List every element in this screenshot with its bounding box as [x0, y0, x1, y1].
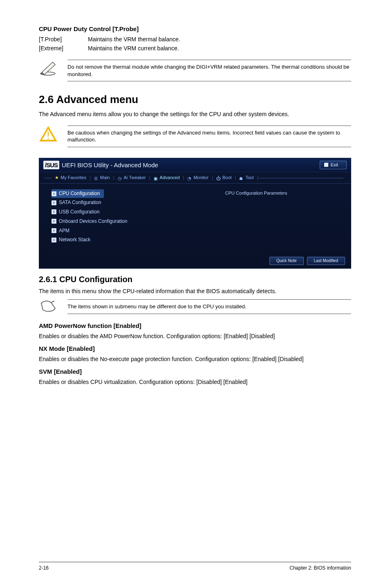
- chevron-right-icon: ›: [52, 191, 56, 196]
- exit-button[interactable]: Exit: [320, 161, 347, 169]
- para-svm: Enables or disables CPU virtualization. …: [39, 378, 351, 386]
- chapter-label: Chapter 2: BIOS information: [289, 565, 351, 572]
- tab-boot[interactable]: Boot: [213, 172, 235, 183]
- def-row: [Extreme] Maintains the VRM current bala…: [39, 45, 351, 53]
- page-number: 2-16: [39, 565, 49, 572]
- bios-help-panel: CPU Configuration Parameters: [217, 189, 343, 251]
- quick-note-button[interactable]: Quick Note: [269, 257, 303, 265]
- bios-tabs: ★My Favorites | Main | Ai Tweaker | Adva…: [39, 172, 351, 184]
- svg-point-7: [47, 138, 49, 139]
- tab-main[interactable]: Main: [91, 172, 113, 183]
- tab-my-favorites[interactable]: ★My Favorites: [52, 172, 90, 183]
- heading-cpu-power-duty: CPU Power Duty Control [T.Probe]: [39, 25, 351, 33]
- chevron-right-icon: ›: [52, 209, 56, 214]
- para-amd-powernow: Enables or disables the AMD PowerNow fun…: [39, 332, 351, 340]
- def-desc: Maintains the VRM thermal balance.: [88, 36, 180, 44]
- def-desc: Maintains the VRM current balance.: [88, 45, 179, 53]
- heading-amd-powernow: AMD PowerNow function [Enabled]: [39, 321, 351, 330]
- caution-text: Be cautious when changing the settings o…: [67, 126, 351, 147]
- info-note-block: The items shown in submenu may be differ…: [39, 299, 351, 314]
- subsection-title-2-6-1: 2.6.1 CPU Configuration: [39, 274, 351, 285]
- bios-item-usb-config[interactable]: ›USB Configuration: [52, 207, 217, 217]
- section-title-2-6: 2.6 Advanced menu: [39, 92, 351, 107]
- bios-titlebar: /SUS UEFI BIOS Utility - Advanced Mode E…: [39, 158, 351, 172]
- bios-screenshot: /SUS UEFI BIOS Utility - Advanced Mode E…: [39, 158, 351, 269]
- def-term: [Extreme]: [39, 45, 88, 53]
- bios-item-apm[interactable]: ›APM: [52, 226, 217, 236]
- last-modified-button[interactable]: Last Modified: [307, 257, 345, 265]
- chevron-right-icon: ›: [52, 238, 56, 242]
- hand-icon: [39, 299, 67, 313]
- bios-item-sata-config[interactable]: ›SATA Configuration: [52, 198, 217, 207]
- pencil-icon: [39, 60, 67, 76]
- caution-block: Be cautious when changing the settings o…: [39, 126, 351, 147]
- bios-menu-list: ›CPU Configuration ›SATA Configuration ›…: [52, 189, 217, 251]
- section-2-6-intro: The Advanced menu items allow you to cha…: [39, 110, 351, 118]
- def-term: [T.Probe]: [39, 36, 88, 44]
- bios-item-onboard-devices[interactable]: ›Onboard Devices Configuration: [52, 217, 217, 226]
- heading-svm: SVM [Enabled]: [39, 367, 351, 376]
- chevron-right-icon: ›: [52, 219, 56, 224]
- note-text: Do not remove the thermal module while c…: [67, 60, 351, 81]
- chevron-right-icon: ›: [52, 228, 56, 233]
- warning-icon: [39, 126, 67, 143]
- para-nx-mode: Enables or disables the No-execute page …: [39, 355, 351, 363]
- bios-item-cpu-config[interactable]: ›CPU Configuration: [52, 189, 104, 198]
- bios-title: UEFI BIOS Utility - Advanced Mode: [62, 161, 158, 169]
- definition-list: [T.Probe] Maintains the VRM thermal bala…: [39, 36, 351, 52]
- chevron-right-icon: ›: [52, 200, 56, 205]
- tab-tool[interactable]: Tool: [236, 172, 257, 183]
- section-2-6-1-intro: The items in this menu show the CPU-rela…: [39, 287, 351, 295]
- asus-logo: /SUS: [43, 161, 59, 169]
- def-row: [T.Probe] Maintains the VRM thermal bala…: [39, 36, 351, 44]
- heading-nx-mode: NX Mode [Enabled]: [39, 344, 351, 353]
- tab-monitor[interactable]: Monitor: [184, 172, 212, 183]
- tab-ai-tweaker[interactable]: Ai Tweaker: [114, 172, 149, 183]
- tab-advanced[interactable]: Advanced: [150, 172, 183, 183]
- info-note-text: The items shown in submenu may be differ…: [67, 299, 351, 314]
- note-thermal: Do not remove the thermal module while c…: [39, 60, 351, 81]
- page-footer: 2-16 Chapter 2: BIOS information: [39, 562, 351, 572]
- bios-item-network-stack[interactable]: ›Network Stack: [52, 235, 217, 245]
